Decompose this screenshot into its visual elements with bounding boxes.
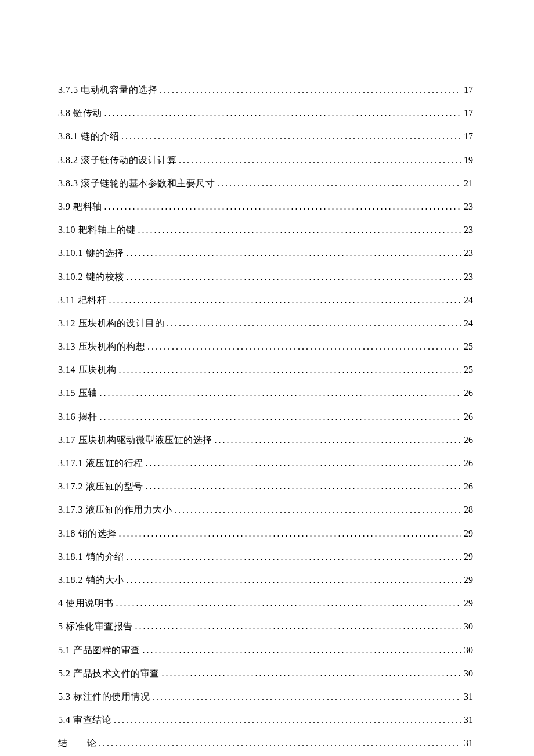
toc-leader-dots bbox=[138, 224, 462, 235]
toc-page-number: 31 bbox=[464, 691, 473, 702]
toc-entry: 5 标准化审查报告30 bbox=[58, 621, 473, 632]
toc-label: 3.10.2 键的校核 bbox=[58, 271, 124, 282]
toc-entry: 3.10.1 键的选择23 bbox=[58, 247, 473, 258]
toc-page-number: 29 bbox=[464, 574, 473, 585]
toc-entry: 5.1 产品图样的审查30 bbox=[58, 645, 473, 656]
toc-label: 3.12 压块机构的设计目的 bbox=[58, 318, 164, 329]
toc-page-number: 29 bbox=[464, 528, 473, 539]
toc-entry: 3.14 压块机构25 bbox=[58, 364, 473, 375]
toc-entry: 3.8.2 滚子链传动的设计计算19 bbox=[58, 154, 473, 165]
toc-entry: 3.18.1 销的介绍29 bbox=[58, 551, 473, 562]
toc-label: 4 使用说明书 bbox=[58, 597, 114, 609]
toc-leader-dots bbox=[119, 364, 462, 375]
toc-entry: 3.16 摆杆26 bbox=[58, 411, 473, 422]
toc-page-number: 26 bbox=[464, 411, 473, 422]
toc-label: 3.15 压轴 bbox=[58, 387, 98, 398]
toc-label: 3.8 链传动 bbox=[58, 107, 102, 118]
toc-leader-dots bbox=[215, 434, 462, 445]
toc-page-number: 17 bbox=[464, 131, 473, 142]
toc-leader-dots bbox=[127, 574, 462, 585]
toc-leader-dots bbox=[114, 714, 461, 725]
toc-label: 3.8.1 链的介绍 bbox=[58, 131, 119, 142]
toc-page-number: 26 bbox=[464, 387, 473, 398]
toc-page-number: 25 bbox=[464, 364, 473, 375]
toc-page-number: 23 bbox=[464, 271, 473, 282]
toc-leader-dots bbox=[127, 551, 462, 562]
toc-page-number: 24 bbox=[464, 294, 473, 305]
toc-leader-dots bbox=[160, 84, 461, 95]
toc-page-number: 23 bbox=[464, 247, 473, 258]
toc-page-number: 31 bbox=[464, 737, 473, 748]
toc-page-number: 26 bbox=[464, 434, 473, 445]
toc-label: 3.10 耙料轴上的键 bbox=[58, 224, 136, 235]
toc-page-number: 23 bbox=[464, 201, 473, 212]
toc-entry: 3.18 销的选择29 bbox=[58, 528, 473, 539]
toc-leader-dots bbox=[143, 645, 462, 656]
toc-label: 3.13 压块机构的构想 bbox=[58, 341, 145, 352]
toc-page-number: 21 bbox=[464, 178, 473, 189]
toc-page-number: 24 bbox=[464, 318, 473, 329]
toc-label: 3.10.1 键的选择 bbox=[58, 247, 124, 258]
toc-label: 5.3 标注件的使用情况 bbox=[58, 691, 150, 702]
toc-page-number: 17 bbox=[464, 107, 473, 118]
toc-leader-dots bbox=[104, 107, 462, 118]
table-of-contents: 3.7.5 电动机容量的选择173.8 链传动173.8.1 链的介绍173.8… bbox=[58, 84, 473, 748]
toc-label: 3.9 耙料轴 bbox=[58, 201, 102, 212]
toc-leader-dots bbox=[121, 131, 461, 142]
toc-entry: 3.13 压块机构的构想25 bbox=[58, 341, 473, 352]
toc-entry: 3.17.3 液压缸的作用力大小28 bbox=[58, 504, 473, 515]
toc-entry: 3.7.5 电动机容量的选择17 bbox=[58, 84, 473, 95]
toc-label: 3.17.3 液压缸的作用力大小 bbox=[58, 504, 172, 515]
toc-leader-dots bbox=[100, 387, 462, 398]
toc-leader-dots bbox=[119, 528, 462, 539]
toc-leader-dots bbox=[109, 294, 461, 305]
toc-leader-dots bbox=[167, 318, 461, 329]
toc-entry: 5.3 标注件的使用情况31 bbox=[58, 691, 473, 702]
toc-page-number: 31 bbox=[464, 714, 473, 725]
toc-page-number: 25 bbox=[464, 341, 473, 352]
toc-label: 3.18.1 销的介绍 bbox=[58, 551, 124, 562]
toc-leader-dots bbox=[127, 247, 462, 258]
toc-leader-dots bbox=[147, 341, 461, 352]
toc-page-number: 30 bbox=[464, 668, 473, 679]
document-page: 3.7.5 电动机容量的选择173.8 链传动173.8.1 链的介绍173.8… bbox=[0, 0, 534, 756]
toc-leader-dots bbox=[99, 737, 461, 748]
toc-entry: 3.8.1 链的介绍17 bbox=[58, 131, 473, 142]
toc-label: 3.11 耙料杆 bbox=[58, 294, 106, 305]
toc-entry: 3.15 压轴26 bbox=[58, 387, 473, 398]
toc-entry: 3.10 耙料轴上的键23 bbox=[58, 224, 473, 235]
toc-label: 5 标准化审查报告 bbox=[58, 621, 133, 632]
toc-entry: 3.12 压块机构的设计目的24 bbox=[58, 318, 473, 329]
toc-label: 3.18 销的选择 bbox=[58, 528, 117, 539]
toc-entry: 4 使用说明书29 bbox=[58, 597, 473, 609]
toc-entry: 3.9 耙料轴23 bbox=[58, 201, 473, 212]
toc-entry: 3.17.1 液压缸的行程26 bbox=[58, 458, 473, 469]
toc-page-number: 29 bbox=[464, 597, 473, 609]
toc-leader-dots bbox=[217, 178, 461, 189]
toc-label: 3.17 压块机构驱动微型液压缸的选择 bbox=[58, 434, 212, 445]
toc-page-number: 26 bbox=[464, 458, 473, 469]
toc-label: 5.1 产品图样的审查 bbox=[58, 645, 140, 656]
toc-leader-dots bbox=[152, 691, 461, 702]
toc-entry: 3.8.3 滚子链轮的基本参数和主要尺寸21 bbox=[58, 178, 473, 189]
toc-label: 结 论 bbox=[58, 737, 96, 748]
toc-leader-dots bbox=[179, 154, 461, 165]
toc-leader-dots bbox=[100, 411, 462, 422]
toc-label: 3.17.2 液压缸的型号 bbox=[58, 481, 143, 492]
toc-page-number: 30 bbox=[464, 645, 473, 656]
toc-leader-dots bbox=[116, 597, 462, 609]
toc-leader-dots bbox=[104, 201, 462, 212]
toc-entry: 3.8 链传动17 bbox=[58, 107, 473, 118]
toc-label: 3.18.2 销的大小 bbox=[58, 574, 124, 585]
toc-page-number: 29 bbox=[464, 551, 473, 562]
toc-label: 3.8.3 滚子链轮的基本参数和主要尺寸 bbox=[58, 178, 215, 189]
toc-page-number: 17 bbox=[464, 84, 473, 95]
toc-label: 5.2 产品技术文件的审查 bbox=[58, 668, 160, 679]
toc-leader-dots bbox=[162, 668, 462, 679]
toc-leader-dots bbox=[174, 504, 461, 515]
toc-page-number: 19 bbox=[464, 154, 473, 165]
toc-leader-dots bbox=[146, 458, 462, 469]
toc-leader-dots bbox=[146, 481, 462, 492]
toc-label: 3.14 压块机构 bbox=[58, 364, 117, 375]
toc-label: 3.7.5 电动机容量的选择 bbox=[58, 84, 157, 95]
